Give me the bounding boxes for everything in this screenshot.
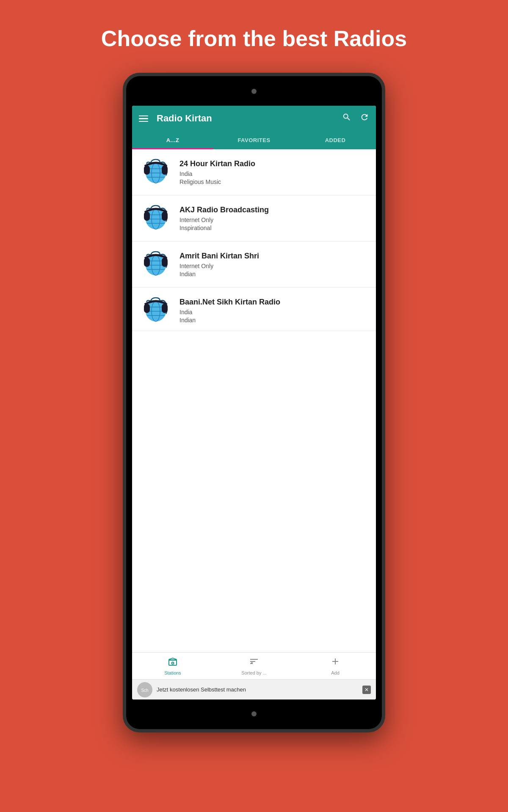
add-label: Add — [331, 670, 340, 675]
svg-rect-20 — [162, 258, 168, 267]
station-genre-4: Indian — [179, 317, 369, 324]
svg-rect-19 — [144, 258, 150, 267]
add-icon — [330, 656, 340, 669]
device-inner: Radio Kirtan — [126, 76, 382, 729]
bottom-nav: Stations Sorted by ... — [132, 652, 376, 679]
station-name-3: Amrit Bani Kirtan Shri — [179, 252, 369, 261]
app-bar-title: Radio Kirtan — [157, 113, 342, 124]
ad-text: Jetzt kostenlosen Selbsttest machen — [157, 686, 362, 693]
svg-rect-12 — [144, 211, 150, 221]
svg-text:Sch: Sch — [141, 688, 148, 693]
station-name-2: AKJ Radio Broadcasting — [179, 206, 369, 214]
tab-favorites[interactable]: FAVORITES — [213, 131, 295, 149]
station-genre-3: Indian — [179, 271, 369, 277]
sorted-icon — [249, 656, 259, 669]
stations-icon — [168, 656, 178, 669]
camera-dot-bottom — [251, 711, 257, 716]
app-bar: Radio Kirtan — [132, 106, 376, 131]
station-location-1: India — [179, 170, 369, 177]
list-item[interactable]: AKJ Radio Broadcasting Internet Only Ins… — [132, 195, 376, 241]
station-info-4: Baani.Net Sikh Kirtan Radio India Indian — [179, 298, 369, 324]
device-frame: Radio Kirtan — [123, 73, 385, 732]
station-logo-1 — [139, 155, 173, 189]
page-background: Choose from the best Radios Radio Kirtan — [0, 0, 508, 732]
ad-banner: Sch Jetzt kostenlosen Selbsttest machen … — [132, 679, 376, 700]
svg-rect-26 — [144, 304, 150, 313]
station-info-2: AKJ Radio Broadcasting Internet Only Ins… — [179, 206, 369, 231]
station-name-1: 24 Hour Kirtan Radio — [179, 159, 369, 168]
app-bar-icons — [342, 112, 369, 124]
station-genre-2: Inspirational — [179, 225, 369, 231]
sorted-label: Sorted by ... — [241, 670, 266, 675]
stations-label: Stations — [164, 670, 181, 675]
station-location-3: Internet Only — [179, 263, 369, 269]
list-item[interactable]: Baani.Net Sikh Kirtan Radio India Indian — [132, 288, 376, 331]
refresh-icon[interactable] — [360, 112, 369, 124]
ad-close-button[interactable]: ✕ — [362, 686, 371, 694]
svg-rect-27 — [162, 304, 168, 313]
ad-logo: Sch — [137, 682, 152, 697]
station-info-1: 24 Hour Kirtan Radio India Religious Mus… — [179, 159, 369, 185]
station-name-4: Baani.Net Sikh Kirtan Radio — [179, 298, 369, 307]
camera-dot-top — [251, 89, 257, 94]
page-title: Choose from the best Radios — [0, 0, 508, 73]
nav-sorted[interactable]: Sorted by ... — [213, 653, 295, 679]
station-info-3: Amrit Bani Kirtan Shri Internet Only Ind… — [179, 252, 369, 277]
station-genre-1: Religious Music — [179, 178, 369, 185]
tab-az[interactable]: A...Z — [132, 131, 213, 149]
menu-icon[interactable] — [139, 115, 148, 122]
tab-added[interactable]: ADDED — [295, 131, 376, 149]
station-logo-2 — [139, 201, 173, 235]
list-item[interactable]: Amrit Bani Kirtan Shri Internet Only Ind… — [132, 241, 376, 288]
nav-add[interactable]: Add — [295, 653, 376, 679]
station-logo-4 — [139, 294, 173, 327]
search-icon[interactable] — [342, 112, 351, 124]
station-logo-3 — [139, 247, 173, 281]
tabs: A...Z FAVORITES ADDED — [132, 131, 376, 149]
svg-rect-5 — [144, 165, 150, 175]
radio-list: 24 Hour Kirtan Radio India Religious Mus… — [132, 149, 376, 652]
app-screen: Radio Kirtan — [132, 106, 376, 700]
nav-stations[interactable]: Stations — [132, 653, 213, 679]
station-location-4: India — [179, 309, 369, 315]
list-item[interactable]: 24 Hour Kirtan Radio India Religious Mus… — [132, 149, 376, 195]
svg-rect-6 — [162, 165, 168, 175]
station-location-2: Internet Only — [179, 217, 369, 223]
svg-rect-13 — [162, 211, 168, 221]
